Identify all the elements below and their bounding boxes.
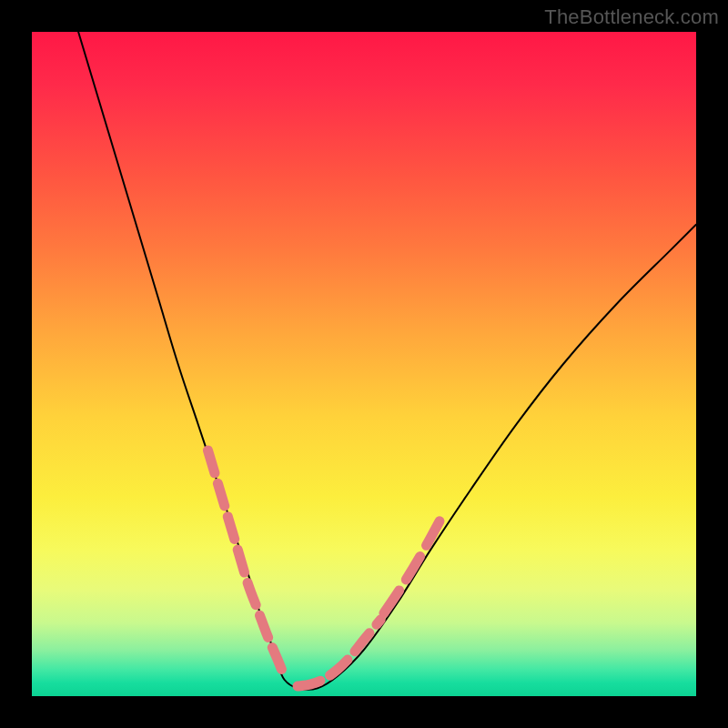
series-container <box>78 32 696 690</box>
series-pink-dashes-left <box>207 450 284 676</box>
series-v-curve <box>78 32 696 690</box>
watermark-text: TheBottleneck.com <box>544 5 719 29</box>
chart-svg <box>32 32 696 696</box>
chart-frame: TheBottleneck.com <box>0 0 728 728</box>
plot-area <box>32 32 696 696</box>
series-pink-dashes-right-upper <box>384 513 444 613</box>
series-pink-dashes-right <box>298 620 380 686</box>
